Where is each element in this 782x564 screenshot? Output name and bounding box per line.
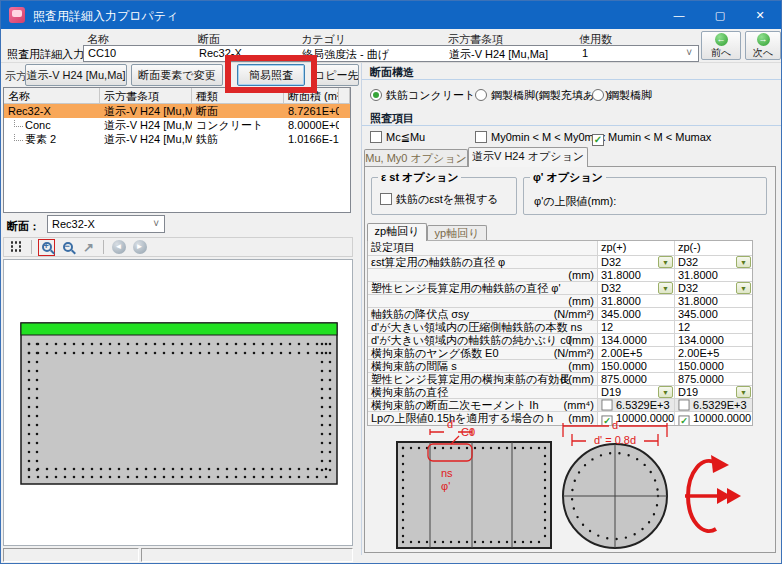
cell-dropdown[interactable]: D19▼ bbox=[598, 386, 675, 398]
cell-value[interactable]: 134.0000 bbox=[598, 334, 675, 346]
maximize-button[interactable]: ▢ bbox=[700, 1, 740, 29]
detail-input-combo[interactable]: CC10 Rec32-X 終局強度法 - 曲げ 道示-V H24 [Mu,Ma]… bbox=[83, 45, 699, 62]
radio-steel[interactable]: 鋼製橋脚 bbox=[592, 88, 652, 103]
phi-limit-label: φ'の上限値(mm): bbox=[534, 194, 616, 209]
tab-yp-axis[interactable]: yp軸回り bbox=[427, 225, 487, 241]
check-mumin[interactable]: ✓Mumin < M < Mumax bbox=[592, 131, 711, 146]
section-preview[interactable] bbox=[3, 259, 353, 546]
cell-check-value[interactable]: 6.5329E+3 bbox=[675, 399, 752, 411]
pan-arrow-icon[interactable]: ↗ bbox=[80, 239, 97, 256]
title-bar: 照査用詳細入力プロパティ — ▢ ✕ bbox=[1, 1, 781, 29]
tree-elbow bbox=[14, 134, 23, 141]
dropdown-icon[interactable]: ▼ bbox=[658, 282, 673, 294]
table-row: 横拘束筋の直径 D19▼ D19▼ bbox=[368, 386, 752, 399]
cell-value[interactable]: 12 bbox=[598, 321, 675, 333]
value-usage: 1 bbox=[582, 47, 588, 59]
rotation-arrow-icon bbox=[685, 455, 741, 531]
next-arrow-icon: → bbox=[757, 33, 770, 46]
back-icon[interactable]: ◄ bbox=[110, 239, 127, 256]
dropdown-icon[interactable]: ▼ bbox=[736, 256, 751, 268]
cell-value[interactable]: 134.0000 bbox=[675, 334, 752, 346]
cell-value[interactable]: 31.8000 bbox=[598, 269, 675, 281]
prev-button[interactable]: ← 前へ bbox=[701, 31, 741, 60]
preview-toolbar: + − ↗ ◄ ► bbox=[3, 237, 353, 257]
header-band: 名称 断面 カテゴリ 示方書条項 使用数 照査用詳細入力： CC10 Rec32… bbox=[1, 29, 781, 63]
rect-section-drawing bbox=[397, 442, 551, 548]
check-my0[interactable]: My0min < M < My0max bbox=[475, 131, 605, 146]
prev-arrow-icon: ← bbox=[715, 33, 728, 46]
list-row-rebar[interactable]: 要素 2 道示-V H24 [Mu,Ma] 鉄筋 1.0166E-1 bbox=[4, 132, 350, 146]
dropdown-icon[interactable]: ▼ bbox=[658, 256, 673, 268]
radio-rc[interactable]: 鉄筋コンクリート bbox=[370, 88, 475, 103]
list-row-section[interactable]: Rec32-X 道示-V H24 [Mu,Ma] 断面 8.7261E+0 bbox=[4, 104, 350, 118]
radio-icon bbox=[475, 89, 487, 101]
cell-value[interactable]: 31.8000 bbox=[675, 295, 752, 307]
dropdown-icon[interactable]: ▼ bbox=[736, 386, 751, 398]
tab-doushi-h24-option[interactable]: 道示V H24 オプション bbox=[468, 147, 588, 167]
chevron-down-icon: ˅ bbox=[153, 218, 159, 229]
minimize-button[interactable]: — bbox=[659, 1, 699, 29]
label-c0: C0 bbox=[461, 426, 475, 438]
option-tab-page: ε st オプション 鉄筋のεstを無視する φ' オプション φ'の上限値(m… bbox=[364, 166, 776, 553]
section-combo[interactable]: Rec32-X ˅ bbox=[47, 215, 165, 233]
window-title: 照査用詳細入力プロパティ bbox=[33, 8, 178, 25]
checkbox-icon bbox=[475, 131, 487, 143]
next-button[interactable]: → 次へ bbox=[745, 31, 781, 60]
cell-value[interactable]: 150.0000 bbox=[598, 360, 675, 372]
cell-value[interactable]: 2.00E+5 bbox=[598, 347, 675, 359]
check-ignore-est[interactable]: 鉄筋のεstを無視する bbox=[380, 192, 499, 207]
tree-elbow bbox=[14, 120, 23, 127]
radio-icon bbox=[592, 89, 604, 101]
check-items-title: 照査項目 bbox=[362, 109, 781, 126]
table-row: 横拘束筋の間隔 s(mm) 150.0000 150.0000 bbox=[368, 360, 752, 373]
show-rebar-icon[interactable] bbox=[8, 239, 25, 256]
cell-value[interactable]: 875.0000 bbox=[598, 373, 675, 385]
radio-steel-filled[interactable]: 鋼製橋脚(鋼製充填あり) bbox=[475, 88, 609, 103]
cell-dropdown[interactable]: D32▼ bbox=[598, 282, 675, 294]
checkbox-icon bbox=[370, 131, 382, 143]
tab-zp-axis[interactable]: zp軸回り bbox=[367, 223, 427, 241]
cell-value[interactable]: 150.0000 bbox=[675, 360, 752, 372]
zoom-out-icon[interactable]: − bbox=[59, 239, 76, 256]
zoom-in-icon[interactable]: + bbox=[38, 239, 55, 256]
copy-to-button[interactable]: コピー先 bbox=[313, 64, 359, 86]
cell-value[interactable]: 31.8000 bbox=[675, 269, 752, 281]
cell-value[interactable]: 31.8000 bbox=[598, 295, 675, 307]
label-phi: φ' bbox=[441, 480, 450, 492]
forward-icon[interactable]: ► bbox=[131, 239, 148, 256]
spec-select-button[interactable]: 道示-V H24 [Mu,Ma] bbox=[25, 64, 127, 86]
section-combo-label: 断面： bbox=[7, 219, 40, 234]
circle-section-drawing bbox=[563, 444, 667, 548]
cell-check-value[interactable]: 6.5329E+3 bbox=[598, 399, 675, 411]
cell-value[interactable]: 875.0000 bbox=[675, 373, 752, 385]
cell-value[interactable]: 12 bbox=[675, 321, 752, 333]
check-mc-mu[interactable]: Mc≦Mu bbox=[370, 131, 425, 146]
dropdown-icon[interactable]: ▼ bbox=[736, 282, 751, 294]
radio-icon bbox=[370, 89, 382, 101]
list-row-concrete[interactable]: Conc 道示-V H24 [Mu,Ma] コンクリート 8.0000E+0 bbox=[4, 118, 350, 132]
annotation-highlight bbox=[225, 55, 317, 93]
checkbox-icon[interactable] bbox=[601, 399, 612, 410]
cell-value[interactable]: 2.00E+5 bbox=[675, 347, 752, 359]
tab-mu-my0-option[interactable]: Mu, My0 オプション bbox=[364, 149, 468, 167]
est-option-group: ε st オプション 鉄筋のεstを無視する bbox=[371, 177, 517, 215]
close-button[interactable]: ✕ bbox=[740, 1, 780, 29]
label-d-inner: d' = 0.8d bbox=[594, 434, 636, 446]
cell-value[interactable]: 345.000 bbox=[598, 308, 675, 320]
change-by-element-button[interactable]: 断面要素で変更 bbox=[131, 64, 223, 86]
cell-dropdown[interactable]: D32▼ bbox=[598, 256, 675, 268]
app-icon bbox=[9, 7, 25, 23]
cell-dropdown[interactable]: D32▼ bbox=[675, 282, 752, 294]
section-structure-title: 断面構造 bbox=[362, 63, 781, 80]
cell-value[interactable]: 345.000 bbox=[675, 308, 752, 320]
cell-dropdown[interactable]: D32▼ bbox=[675, 256, 752, 268]
chevron-down-icon[interactable]: ˅ bbox=[686, 47, 692, 58]
checkbox-icon bbox=[380, 193, 392, 205]
table-row: 横拘束筋の断面二次モーメント Ih(mm⁴) 6.5329E+3 6.5329E… bbox=[368, 399, 752, 412]
value-spec: 道示-V H24 [Mu,Ma] bbox=[449, 47, 548, 62]
table-row: (mm) 31.8000 31.8000 bbox=[368, 295, 752, 308]
label-d: d bbox=[612, 419, 618, 431]
checkbox-icon[interactable] bbox=[678, 399, 689, 410]
dropdown-icon[interactable]: ▼ bbox=[658, 386, 673, 398]
cell-dropdown[interactable]: D19▼ bbox=[675, 386, 752, 398]
